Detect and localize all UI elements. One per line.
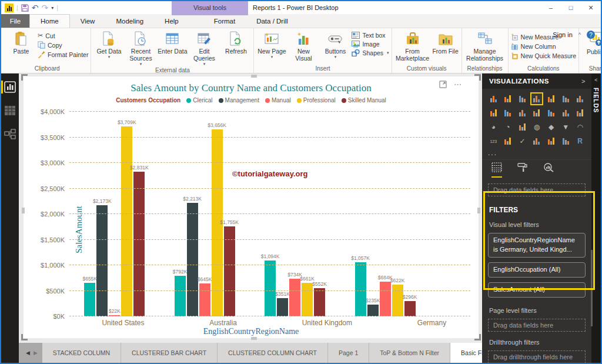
bar-manual[interactable]: $645K xyxy=(199,112,210,316)
undo-icon[interactable]: ↶ xyxy=(32,4,39,12)
collapse-panel-icon[interactable]: > xyxy=(581,78,586,85)
bar[interactable] xyxy=(224,226,235,316)
tab-home[interactable]: Home xyxy=(29,14,70,28)
fields-rail[interactable]: < FIELDS xyxy=(591,74,601,363)
visual-fields-dropzone[interactable]: Drag data fields here xyxy=(488,183,586,196)
viz-icon-pie[interactable]: ◕ xyxy=(487,121,500,133)
image-button[interactable]: Image xyxy=(352,41,389,48)
text-box-button[interactable]: Text box xyxy=(352,32,389,39)
legend-item[interactable]: Skilled Manual xyxy=(342,97,386,103)
data-view-button[interactable] xyxy=(2,103,18,118)
fields-tab-icon[interactable] xyxy=(491,162,502,178)
from-marketplace-button[interactable]: From Marketplace xyxy=(394,29,431,62)
viz-icon-donut[interactable]: ◔ xyxy=(501,121,515,133)
page-tab-clustered-bar-chart[interactable]: CLUSTERED BAR CHART xyxy=(121,343,218,363)
viz-icon-stacked-column[interactable] xyxy=(501,92,515,105)
bar-clerical[interactable]: $1,057K xyxy=(355,112,366,316)
viz-icon-r-script[interactable]: R xyxy=(573,135,587,148)
bar-management[interactable]: $2,173K xyxy=(96,112,108,316)
redo-icon[interactable]: ↷ xyxy=(42,4,49,12)
refresh-button[interactable]: Refresh xyxy=(220,29,251,55)
cut-button[interactable]: ✂Cut xyxy=(38,32,88,39)
save-icon[interactable] xyxy=(21,4,29,12)
viz-icon-clustered-column[interactable] xyxy=(530,92,544,105)
viz-icon-table[interactable] xyxy=(544,135,558,148)
bar[interactable] xyxy=(404,301,416,316)
filter-card[interactable]: EnglishOccupation (All) xyxy=(488,262,586,278)
new-visual-button[interactable]: New Visual xyxy=(288,29,319,62)
tab-format[interactable]: Format xyxy=(203,14,246,28)
bar-manual[interactable]: $22K xyxy=(109,112,120,316)
viz-icon-line-stacked-column[interactable] xyxy=(516,106,529,119)
tab-modeling[interactable]: Modeling xyxy=(105,14,154,28)
bar[interactable] xyxy=(121,126,132,316)
bar-professional[interactable]: $3,709K xyxy=(121,112,132,316)
viz-icon-card[interactable]: 123 xyxy=(487,135,500,148)
legend-item[interactable]: Management xyxy=(219,97,259,103)
viz-icon-waterfall[interactable] xyxy=(559,106,573,119)
bar[interactable] xyxy=(314,288,325,316)
bar-manual[interactable]: $684K xyxy=(380,112,391,316)
copy-button[interactable]: Copy xyxy=(38,41,88,49)
viz-icon-area[interactable] xyxy=(487,106,500,119)
new-quick-measure-button[interactable]: New Quick Measure xyxy=(511,52,577,59)
bar[interactable] xyxy=(199,283,210,316)
bar-skilled-manual[interactable]: $2,831K xyxy=(133,112,145,316)
bar-skilled-manual[interactable]: $552K xyxy=(314,112,325,316)
drillthrough-dropzone[interactable]: Drag drillthrough fields here xyxy=(488,350,586,363)
viz-icon-matrix[interactable] xyxy=(559,135,573,148)
page-tab-page-1[interactable]: Page 1 xyxy=(328,343,369,363)
shapes-button[interactable]: Shapes xyxy=(352,49,389,56)
manage-relationships-button[interactable]: Manage Relationships xyxy=(464,29,506,62)
prev-page-arrow-icon[interactable]: ◀ xyxy=(26,350,30,356)
filter-card[interactable]: EnglishCountryRegionNameis Germany, Unit… xyxy=(488,233,586,258)
model-view-button[interactable] xyxy=(2,126,18,142)
bar[interactable] xyxy=(355,262,366,316)
viz-icon-clustered-bar[interactable] xyxy=(516,92,529,105)
viz-icon-filled-map[interactable]: ◆ xyxy=(544,121,558,133)
viz-icon-funnel[interactable]: ▼ xyxy=(559,121,573,133)
bar[interactable] xyxy=(84,283,95,316)
bar[interactable] xyxy=(392,285,403,316)
enter-data-button[interactable]: Enter Data xyxy=(157,29,188,55)
edit-queries-button[interactable]: Edit Queries xyxy=(189,29,219,66)
tab-help[interactable]: Help xyxy=(154,14,189,28)
analytics-tab-icon[interactable] xyxy=(543,162,554,178)
tab-view[interactable]: View xyxy=(70,14,106,28)
tab-data-drill[interactable]: Data / Drill xyxy=(246,14,299,28)
focus-mode-icon[interactable] xyxy=(439,81,447,88)
bar-clerical[interactable]: $1,094K xyxy=(265,112,276,316)
expand-fields-icon[interactable]: < xyxy=(594,77,597,83)
buttons-button[interactable]: Buttons xyxy=(320,29,350,59)
get-data-button[interactable]: Get Data xyxy=(93,29,124,59)
viz-icon-stacked-bar[interactable] xyxy=(487,92,500,105)
bar-management[interactable]: $235K xyxy=(367,112,379,316)
bar-professional[interactable]: $661K xyxy=(302,112,313,316)
filter-card[interactable]: SalesAmount (All) xyxy=(488,282,586,298)
legend-item[interactable]: Manual xyxy=(265,97,291,103)
legend-item[interactable]: Clerical xyxy=(186,97,212,103)
bar[interactable] xyxy=(367,305,379,316)
from-file-button[interactable]: From File xyxy=(432,29,459,55)
next-page-arrow-icon[interactable]: ▶ xyxy=(34,350,38,356)
viz-icon-map[interactable]: ◍ xyxy=(530,121,544,133)
bar[interactable] xyxy=(380,282,391,317)
bar-professional[interactable]: $622K xyxy=(392,112,403,316)
bar-manual[interactable]: $734K xyxy=(289,112,300,316)
viz-icon-treemap[interactable] xyxy=(516,121,529,133)
resize-handle-top[interactable] xyxy=(251,75,257,78)
new-page-button[interactable]: New Page xyxy=(256,29,287,59)
bar[interactable] xyxy=(133,172,145,316)
viz-icon-scatter[interactable] xyxy=(573,106,587,119)
paste-button[interactable]: Paste xyxy=(6,29,36,55)
help-icon[interactable]: ? xyxy=(587,31,595,39)
bar[interactable] xyxy=(175,276,186,316)
bar-clerical[interactable]: $792K xyxy=(175,112,186,316)
page-filters-dropzone[interactable]: Drag data fields here xyxy=(488,319,586,332)
bar[interactable] xyxy=(289,279,300,316)
bar-skilled-manual[interactable]: $1,755K xyxy=(224,112,235,316)
viz-icon-100-stacked-bar[interactable] xyxy=(544,92,558,105)
resize-handle-left[interactable] xyxy=(22,208,25,213)
viz-icon-multi-row-card[interactable] xyxy=(501,135,515,148)
tab-file[interactable]: File xyxy=(1,14,29,28)
